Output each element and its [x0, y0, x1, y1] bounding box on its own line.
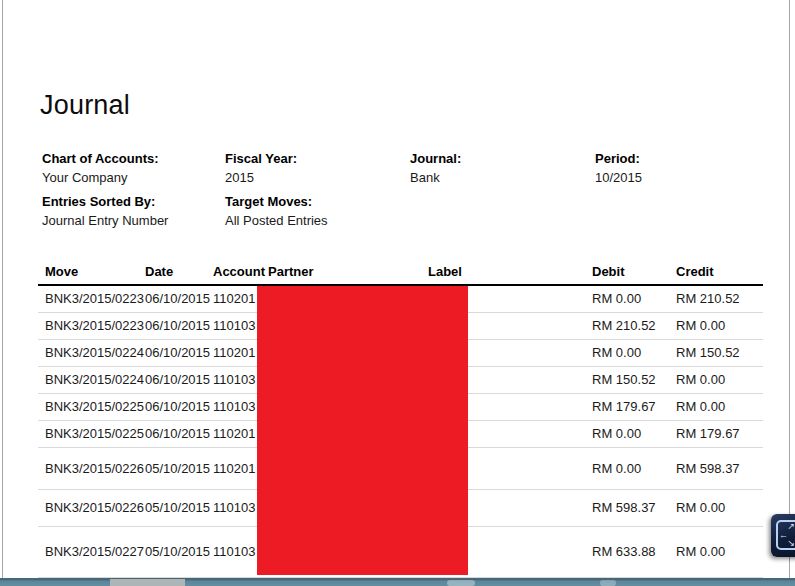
- cell-date: 05/10/2015: [145, 489, 213, 526]
- column-header-account: Account: [213, 258, 268, 285]
- cell-credit: RM 0.00: [676, 312, 763, 339]
- cell-move: BNK3/2015/0226: [38, 447, 145, 489]
- cell-date: 06/10/2015: [145, 312, 213, 339]
- field-target-moves: Target Moves: All Posted Entries: [225, 192, 328, 230]
- cell-move: BNK3/2015/0225: [38, 420, 145, 447]
- field-label: Target Moves:: [225, 192, 328, 211]
- cell-move: BNK3/2015/0223: [38, 285, 145, 312]
- cell-debit: RM 0.00: [592, 447, 676, 489]
- field-value: 2015: [225, 168, 297, 187]
- column-header-move: Move: [38, 258, 145, 285]
- cell-credit: RM 598.37: [676, 447, 763, 489]
- desktop-background-strip: [0, 578, 795, 586]
- field-value: Journal Entry Number: [42, 211, 168, 230]
- field-value: 10/2015: [595, 168, 642, 187]
- cell-date: 06/10/2015: [145, 366, 213, 393]
- cell-debit: RM 179.67: [592, 393, 676, 420]
- field-label: Fiscal Year:: [225, 149, 297, 168]
- cell-debit: RM 0.00: [592, 339, 676, 366]
- cell-debit: RM 0.00: [592, 285, 676, 312]
- table-header-row: Move Date Account Partner Label Debit Cr…: [38, 258, 763, 285]
- cell-credit: RM 0.00: [676, 526, 763, 577]
- column-header-credit: Credit: [676, 258, 763, 285]
- field-fiscal-year: Fiscal Year: 2015: [225, 149, 297, 187]
- field-label: Entries Sorted By:: [42, 192, 168, 211]
- column-header-date: Date: [145, 258, 213, 285]
- column-header-debit: Debit: [592, 258, 676, 285]
- page-title: Journal: [40, 90, 130, 121]
- cell-debit: RM 633.88: [592, 526, 676, 577]
- cell-date: 05/10/2015: [145, 526, 213, 577]
- report-viewer: Journal Chart of Accounts: Your Company …: [0, 0, 795, 586]
- field-label: Period:: [595, 149, 642, 168]
- cell-credit: RM 0.00: [676, 489, 763, 526]
- cell-credit: RM 0.00: [676, 393, 763, 420]
- cell-credit: RM 150.52: [676, 339, 763, 366]
- cell-move: BNK3/2015/0226: [38, 489, 145, 526]
- cell-credit: RM 0.00: [676, 366, 763, 393]
- cell-move: BNK3/2015/0223: [38, 312, 145, 339]
- cell-date: 06/10/2015: [145, 339, 213, 366]
- field-label: Chart of Accounts:: [42, 149, 159, 168]
- arrow-up-right-icon: ↗: [787, 522, 795, 531]
- cell-credit: RM 210.52: [676, 285, 763, 312]
- cell-move: BNK3/2015/0224: [38, 339, 145, 366]
- desktop-highlight: [600, 580, 616, 586]
- column-header-label: Label: [388, 258, 592, 285]
- cell-date: 06/10/2015: [145, 420, 213, 447]
- cell-move: BNK3/2015/0227: [38, 526, 145, 577]
- redaction-box: [257, 286, 468, 575]
- cell-debit: RM 210.52: [592, 312, 676, 339]
- cell-move: BNK3/2015/0225: [38, 393, 145, 420]
- column-header-partner: Partner: [268, 258, 388, 285]
- cell-debit: RM 150.52: [592, 366, 676, 393]
- resize-arrows-icon[interactable]: ↗ ← ↘: [771, 514, 795, 557]
- desktop-window-edge: [110, 579, 185, 586]
- field-value: Bank: [410, 168, 461, 187]
- desktop-highlight: [447, 580, 475, 586]
- cell-move: BNK3/2015/0224: [38, 366, 145, 393]
- arrow-down-right-icon: ↘: [787, 539, 795, 548]
- field-value: Your Company: [42, 168, 159, 187]
- cell-debit: RM 0.00: [592, 420, 676, 447]
- field-period: Period: 10/2015: [595, 149, 642, 187]
- field-value: All Posted Entries: [225, 211, 328, 230]
- cell-credit: RM 179.67: [676, 420, 763, 447]
- cell-date: 05/10/2015: [145, 447, 213, 489]
- field-chart-of-accounts: Chart of Accounts: Your Company: [42, 149, 159, 187]
- cell-date: 06/10/2015: [145, 285, 213, 312]
- field-journal: Journal: Bank: [410, 149, 461, 187]
- field-entries-sorted-by: Entries Sorted By: Journal Entry Number: [42, 192, 168, 230]
- field-label: Journal:: [410, 149, 461, 168]
- cell-debit: RM 598.37: [592, 489, 676, 526]
- cell-date: 06/10/2015: [145, 393, 213, 420]
